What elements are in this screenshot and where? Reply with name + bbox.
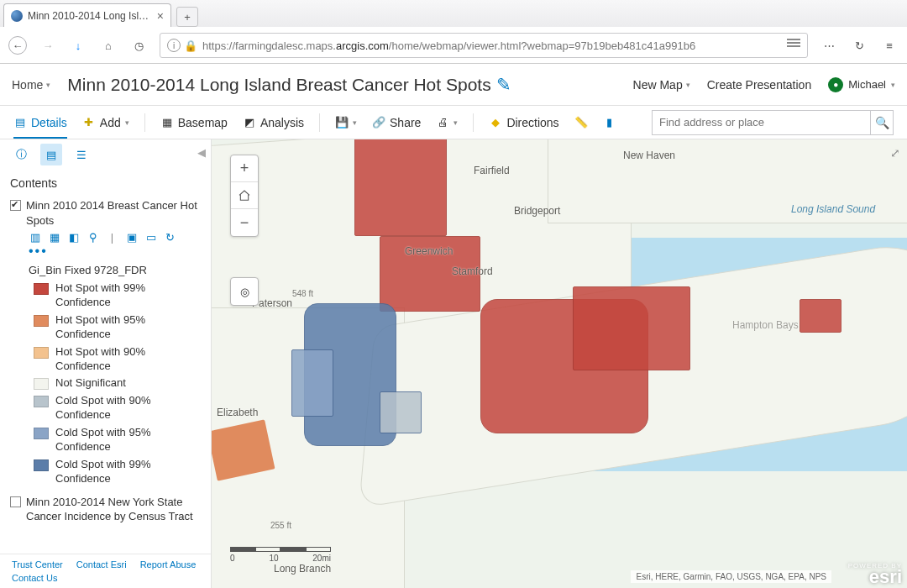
swatch-icon <box>34 315 49 327</box>
reload-button[interactable]: ↻ <box>850 36 868 55</box>
default-extent-button[interactable] <box>231 182 258 209</box>
browser-chrome: Minn 2010-2014 Long Isl… × + ← → ↓ ⌂ ◷ i… <box>0 0 907 64</box>
basemap-button[interactable]: ▦Basemap <box>160 116 228 129</box>
legend-label: Not Significant <box>55 376 126 391</box>
directions-icon: ◆ <box>489 116 502 129</box>
chevron-down-icon: ▾ <box>353 118 357 127</box>
legend-label: Hot Spot with 99% Confidence <box>55 281 201 310</box>
analysis-button[interactable]: ◩Analysis <box>243 116 304 129</box>
measure-icon: 📏 <box>574 116 588 129</box>
measure-button[interactable]: 📏 <box>574 116 588 129</box>
more-options[interactable]: ••• <box>10 244 201 259</box>
share-button[interactable]: 🔗Share <box>372 116 421 129</box>
legend-tab[interactable]: ☰ <box>71 144 92 165</box>
address-bar[interactable]: i🔒 https://farmingdalesc.maps.arcgis.com… <box>160 33 808 58</box>
contents-tab[interactable]: ▤ <box>40 144 62 165</box>
field-name: Gi_Bin Fixed 9728_FDR <box>10 259 201 280</box>
legend-label: Cold Spot with 95% Confidence <box>55 426 201 454</box>
new-map-link[interactable]: New Map▾ <box>633 78 690 92</box>
swatch-icon <box>34 459 49 471</box>
fullscreen-icon[interactable]: ⤢ <box>890 146 900 160</box>
layer-label: Minn 2010 2014 Breast Cancer Hot Spots <box>26 198 201 228</box>
contents-panel[interactable]: Contents Minn 2010 2014 Breast Cancer Ho… <box>0 170 211 554</box>
tab-title: Minn 2010-2014 Long Isl… <box>28 10 152 22</box>
print-button[interactable]: 🖨▾ <box>436 116 458 129</box>
map-toolbar: ▤Details ✚Add▾ ▦Basemap ◩Analysis 💾▾ 🔗Sh… <box>0 106 907 139</box>
contents-heading: Contents <box>10 176 201 190</box>
swatch-icon <box>34 283 49 295</box>
reader-mode-icon[interactable] <box>787 39 800 52</box>
page-actions-icon[interactable]: ⋯ <box>820 36 838 55</box>
save-button[interactable]: 💾▾ <box>335 116 357 129</box>
filter-icon[interactable]: ⚲ <box>87 231 99 244</box>
swatch-icon <box>34 396 49 407</box>
home-link[interactable]: Home▾ <box>12 78 50 92</box>
side-tabs: ⓘ ▤ ☰ ◀ <box>0 139 211 170</box>
legend-label: Cold Spot with 90% Confidence <box>55 394 201 423</box>
trust-center-link[interactable]: Trust Center <box>12 559 63 570</box>
history-icon[interactable]: ◷ <box>129 36 148 55</box>
globe-icon <box>11 10 23 22</box>
details-button[interactable]: ▤Details <box>13 116 67 139</box>
chevron-down-icon: ▾ <box>454 118 458 127</box>
bookmarks-button[interactable]: ▮ <box>603 116 616 129</box>
search-icon: 🔍 <box>875 116 889 129</box>
directions-button[interactable]: ◆Directions <box>489 116 558 129</box>
legend-item: Cold Spot with 95% Confidence <box>10 424 201 456</box>
back-button[interactable]: ← <box>8 36 27 55</box>
popup-icon[interactable]: ▭ <box>144 231 157 244</box>
checkbox-icon[interactable] <box>10 496 21 507</box>
user-menu[interactable]: ●Michael▾ <box>828 77 895 92</box>
close-icon[interactable]: × <box>157 9 164 23</box>
analysis-icon: ◩ <box>243 116 256 129</box>
download-icon[interactable]: ↓ <box>69 36 87 55</box>
legend-icon[interactable]: ▥ <box>29 231 41 244</box>
city-label: Hampton Bays <box>732 319 799 331</box>
search-input[interactable] <box>652 110 870 135</box>
print-icon: 🖨 <box>436 116 449 129</box>
zoom-control: + − <box>230 155 259 237</box>
legend-item: Cold Spot with 99% Confidence <box>10 456 201 488</box>
zoom-out-button[interactable]: − <box>231 209 258 236</box>
swatch-icon <box>34 428 49 439</box>
zoom-in-button[interactable]: + <box>231 155 258 182</box>
main: ⓘ ▤ ☰ ◀ Contents Minn 2010 2014 Breast C… <box>0 139 907 588</box>
collapse-icon[interactable]: ◀ <box>197 146 206 159</box>
chevron-down-icon: ▾ <box>686 81 690 89</box>
city-label: Long Branch <box>274 563 331 575</box>
city-label: New Haven <box>623 150 675 161</box>
avatar: ● <box>828 77 843 92</box>
about-tab[interactable]: ⓘ <box>10 144 32 165</box>
edit-icon[interactable]: ✎ <box>496 75 511 94</box>
cluster-icon[interactable]: ▣ <box>125 231 138 244</box>
info-icon[interactable]: i <box>167 39 181 52</box>
refresh-icon[interactable]: ↻ <box>164 231 176 244</box>
legend-item: Cold Spot with 90% Confidence <box>10 392 201 424</box>
add-button[interactable]: ✚Add▾ <box>82 116 129 129</box>
create-presentation-link[interactable]: Create Presentation <box>707 78 812 92</box>
new-tab-button[interactable]: + <box>176 7 198 27</box>
esri-logo: POWERED BYesri <box>848 562 902 585</box>
contact-esri-link[interactable]: Contact Esri <box>76 559 127 570</box>
map-attribution: Esri, HERE, Garmin, FAO, USGS, NGA, EPA,… <box>631 570 831 583</box>
table-icon[interactable]: ▦ <box>48 231 60 244</box>
layer-item[interactable]: Minn 2010 2014 Breast Cancer Hot Spots <box>10 198 201 228</box>
address-row: ← → ↓ ⌂ ◷ i🔒 https://farmingdalesc.maps.… <box>0 27 907 64</box>
side-footer: Trust Center Contact Esri Report Abuse C… <box>0 554 211 588</box>
menu-icon[interactable]: ≡ <box>880 36 899 55</box>
checkbox-icon[interactable] <box>10 200 21 211</box>
layer-item[interactable]: Minn 2010-2014 New York State Cancer Inc… <box>10 495 201 524</box>
search-button[interactable]: 🔍 <box>870 110 894 135</box>
map-canvas[interactable]: 548 ft 255 ft New Haven Fairfield Bridge… <box>212 139 907 588</box>
locate-button[interactable]: ◎ <box>230 277 259 306</box>
legend-item: Hot Spot with 90% Confidence <box>10 344 201 375</box>
browser-tab[interactable]: Minn 2010-2014 Long Isl… × <box>3 3 171 27</box>
legend-item: Hot Spot with 95% Confidence <box>10 312 201 344</box>
contact-us-link[interactable]: Contact Us <box>12 573 57 583</box>
url-text: https://farmingdalesc.maps.arcgis.com/ho… <box>202 39 782 52</box>
report-abuse-link[interactable]: Report Abuse <box>140 559 197 570</box>
water-label: Long Island Sound <box>791 203 875 215</box>
forward-button[interactable]: → <box>39 36 57 55</box>
home-icon[interactable]: ⌂ <box>99 36 118 55</box>
style-icon[interactable]: ◧ <box>67 231 80 244</box>
